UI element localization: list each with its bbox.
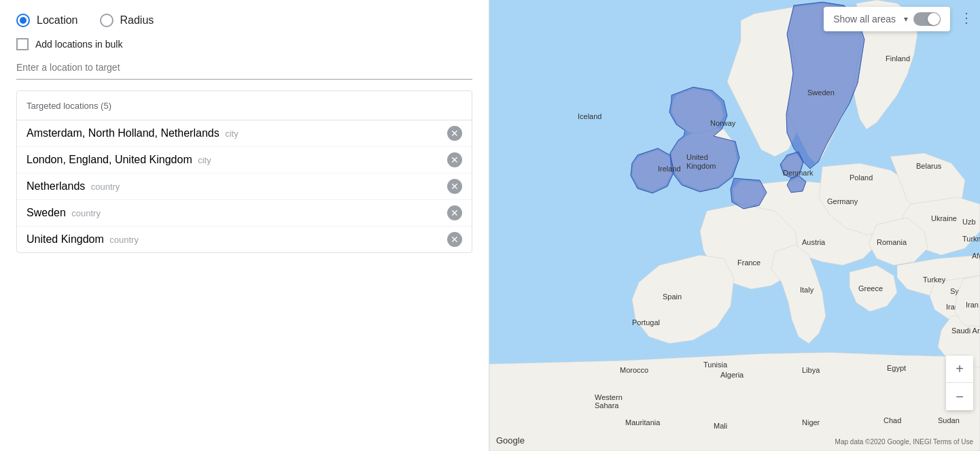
targeted-locations-header: Targeted locations (5) × [17,91,472,120]
location-name: United Kingdom country [27,233,139,246]
ukraine-label: Ukraine [931,214,957,222]
list-item: London, England, United Kingdom city ✕ [17,147,472,173]
mauritania-label: Mauritania [625,418,661,427]
location-name: Sweden country [27,207,101,219]
left-panel: Location Radius Add locations in bulk Ta… [0,0,489,451]
niger-label: Niger [802,418,820,427]
remove-location-button[interactable]: ✕ [447,126,462,141]
location-radio-option[interactable]: Location [16,14,78,27]
sudan-label: Sudan [938,416,960,424]
location-name: Amsterdam, North Holland, Netherlands ci… [27,127,239,139]
libya-label: Libya [802,366,820,374]
wsahara-label2: Sahara [595,401,619,410]
radius-radio-label: Radius [120,14,154,27]
finland-label: Finland [886,54,910,63]
morocco-label: Morocco [620,366,648,374]
location-name: London, England, United Kingdom city [27,154,211,166]
algeria-label: Algeria [720,371,744,379]
list-item: Amsterdam, North Holland, Netherlands ci… [17,120,472,147]
targeting-type-radio-group: Location Radius [16,14,472,27]
list-item: Netherlands country ✕ [17,173,472,200]
map-attribution: Map data ©2020 Google, INEGI Terms of Us… [835,438,973,446]
list-item: United Kingdom country ✕ [17,227,472,252]
google-logo-text: Google [496,435,525,446]
italy-label: Italy [800,286,814,294]
show-all-areas-label: Show all areas [833,14,896,24]
radius-radio-button[interactable] [100,14,113,27]
turk-label: Turkmenist [962,235,980,243]
bulk-checkbox-label: Add locations in bulk [35,39,122,50]
remove-location-button[interactable]: ✕ [447,205,462,220]
greece-label: Greece [858,284,883,293]
targeted-locations-box: Targeted locations (5) × Amsterdam, Nort… [16,90,472,253]
toggle-knob [928,13,940,25]
afg-label: Afg [972,252,980,260]
bulk-checkbox[interactable] [16,38,29,50]
uzb-label: Uzb [962,218,976,226]
france-label: France [737,258,760,267]
germany-label: Germany [827,197,858,205]
remove-location-button[interactable]: ✕ [447,152,462,167]
iceland-label: Iceland [578,112,601,120]
denmark-label: Denmark [783,169,813,177]
show-all-areas-dropdown-arrow[interactable]: ▾ [904,14,908,24]
spain-label: Spain [663,293,682,301]
mali-label: Mali [714,422,727,430]
location-name: Netherlands country [27,180,120,193]
poland-label: Poland [850,173,873,182]
targeted-locations-count: Targeted locations (5) [27,101,111,111]
bulk-checkbox-row[interactable]: Add locations in bulk [16,38,472,50]
sweden-label: Sweden [807,88,835,97]
saudi-label: Saudi Arabia [951,327,980,335]
google-watermark: Google [496,435,525,446]
portugal-label: Portugal [632,318,660,327]
zoom-out-button[interactable]: − [946,383,973,410]
show-all-areas-control[interactable]: Show all areas ▾ [824,7,950,31]
show-all-areas-toggle[interactable] [913,12,941,26]
map-svg: Iceland Norway Sweden Finland Ireland Un… [489,0,980,451]
location-radio-label: Location [37,14,78,27]
uk-label2: Kingdom [686,162,716,170]
turkey-label: Turkey [923,275,946,284]
map-container[interactable]: Iceland Norway Sweden Finland Ireland Un… [489,0,980,451]
chad-label: Chad [883,416,901,424]
remove-location-button[interactable]: ✕ [447,232,462,247]
radius-radio-option[interactable]: Radius [100,14,154,27]
ireland-label: Ireland [658,165,681,173]
egypt-label: Egypt [887,364,906,372]
iran-label: Iran [966,301,979,309]
remove-location-button[interactable]: ✕ [447,179,462,194]
location-search-input[interactable] [16,62,472,73]
zoom-controls: + − [946,356,973,410]
belarus-label: Belarus [916,162,942,170]
list-item: Sweden country ✕ [17,200,472,227]
tunisia-label: Tunisia [703,361,728,369]
location-radio-button[interactable] [16,14,30,27]
romania-label: Romania [877,238,907,246]
norway-label: Norway [710,119,736,127]
austria-label: Austria [802,238,826,246]
uk-label: United [686,153,708,161]
location-input-container [16,61,472,80]
map-panel: Iceland Norway Sweden Finland Ireland Un… [489,0,980,451]
wsahara-label: Western [595,393,623,401]
more-options-button[interactable]: ⋮ [957,7,976,29]
zoom-in-button[interactable]: + [946,356,973,383]
